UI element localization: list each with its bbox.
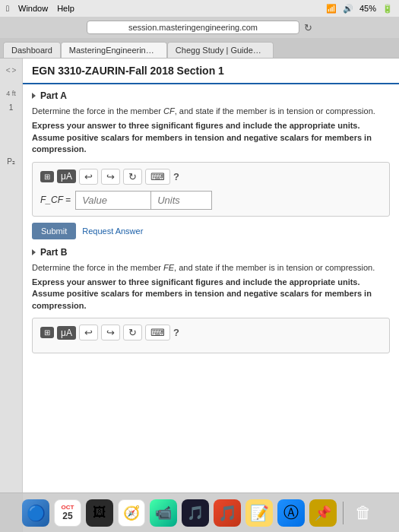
dock-stickies[interactable]: 📌 (309, 499, 337, 527)
dock-divider (343, 502, 344, 524)
dock-photos[interactable]: 🖼 (86, 499, 113, 527)
help-icon[interactable]: ? (173, 171, 179, 182)
menu-bar-left:  Window Help (6, 4, 74, 13)
dock-finder[interactable]: 🔵 (22, 499, 49, 527)
dock-trash[interactable]: 🗑 (350, 499, 377, 527)
submit-button-a[interactable]: Submit (32, 223, 76, 239)
battery-icon: 🔋 (382, 4, 393, 14)
browser-chrome: session.masteringengineering.com ↻ Dashb… (0, 17, 399, 59)
equation-label-a: F_CF = (40, 195, 71, 205)
refresh-formula-btn[interactable]: ↻ (123, 169, 142, 185)
page-content: < > 4 ft 1 P₂ EGN 3310-ZAURIN-Fall 2018 … (0, 59, 399, 532)
formula-grid-btn[interactable]: ⊞ (40, 171, 54, 182)
tab-chegg[interactable]: Chegg Study | Guided Solu (167, 42, 274, 58)
help-menu[interactable]: Help (57, 4, 74, 13)
dock: 🔵 OCT 25 🖼 🧭 📹 🎵 🎵 📝 Ⓐ 📌 🗑 (0, 492, 399, 532)
course-title: EGN 3310-ZAURIN-Fall 2018 Section 1 (32, 65, 390, 77)
mu-symbol: μA (61, 171, 72, 182)
dock-appstore[interactable]: Ⓐ (277, 499, 305, 527)
keyboard-btn[interactable]: ⌨ (145, 169, 170, 185)
nav-forward[interactable]: > (12, 66, 17, 74)
address-field[interactable]: session.masteringengineering.com (87, 21, 299, 34)
tab-dashboard[interactable]: Dashboard (3, 42, 61, 58)
menu-bar:  Window Help 📶 🔊 45% 🔋 (0, 0, 399, 17)
collapse-icon-b[interactable] (32, 249, 36, 255)
left-sidebar: < > 4 ft 1 P₂ (0, 59, 23, 532)
mu-btn-b[interactable]: μA (57, 326, 76, 340)
dock-itunes[interactable]: 🎵 (182, 499, 209, 527)
dock-notes[interactable]: 📝 (245, 499, 273, 527)
volume-icon: 🔊 (343, 4, 353, 14)
part-b-instruction: Determine the force in the member FE, an… (32, 262, 390, 274)
redo-btn-b[interactable]: ↪ (101, 325, 120, 340)
browser-tabs: Dashboard MasteringEngineering Master...… (0, 38, 399, 58)
course-header: EGN 3310-ZAURIN-Fall 2018 Section 1 (23, 59, 399, 84)
sidebar-label-p2: P₂ (7, 157, 15, 166)
formula-toolbar-b: ⊞ μA ↩ ↪ ↻ ⌨ ? (40, 325, 382, 340)
apple-menu[interactable]:  (6, 4, 9, 13)
units-input-a[interactable] (151, 191, 212, 210)
part-a-bold-instruction: Express your answer to three significant… (32, 120, 390, 155)
part-a-section: Part A Determine the force in the member… (32, 90, 390, 239)
nav-arrows: < > (6, 66, 17, 74)
dock-facetime[interactable]: 📹 (150, 499, 177, 527)
battery-status: 45% (359, 4, 376, 13)
nav-back[interactable]: < (6, 66, 11, 74)
dock-music[interactable]: 🎵 (214, 499, 241, 527)
part-a-instruction: Determine the force in the member CF, an… (32, 106, 390, 117)
formula-toolbar-a: ⊞ μA ↩ ↪ ↻ ⌨ ? (40, 169, 382, 185)
help-icon-b[interactable]: ? (173, 327, 179, 338)
dock-safari[interactable]: 🧭 (118, 499, 145, 527)
menu-bar-right: 📶 🔊 45% 🔋 (326, 4, 393, 14)
sidebar-measurement: 4 ft (6, 90, 16, 97)
formula-grid-btn-b[interactable]: ⊞ (40, 327, 54, 338)
part-a-answer-box: ⊞ μA ↩ ↪ ↻ ⌨ ? F_CF = (32, 162, 390, 217)
sidebar-label1: 1 (9, 103, 14, 112)
address-bar: session.masteringengineering.com ↻ (0, 17, 399, 38)
mu-symbol-b: μA (61, 328, 72, 338)
value-input-a[interactable] (75, 191, 151, 210)
action-buttons-a: Submit Request Answer (32, 223, 390, 239)
tab-mastering-engineering[interactable]: MasteringEngineering Master... (61, 42, 167, 58)
redo-btn[interactable]: ↪ (101, 169, 120, 185)
part-a-header: Part A (32, 90, 390, 101)
request-answer-link-a[interactable]: Request Answer (82, 223, 143, 239)
window-menu[interactable]: Window (18, 4, 48, 13)
wifi-icon: 📶 (326, 4, 337, 14)
part-b-label: Part B (40, 247, 67, 258)
part-b-header: Part B (32, 247, 390, 258)
collapse-icon-a[interactable] (32, 93, 36, 99)
part-a-label: Part A (40, 90, 67, 101)
input-row-a: F_CF = (40, 191, 382, 210)
undo-btn-b[interactable]: ↩ (79, 325, 98, 340)
mu-btn[interactable]: μA (57, 169, 76, 183)
undo-btn[interactable]: ↩ (79, 169, 98, 185)
content-area: Part A Determine the force in the member… (23, 84, 399, 367)
refresh-formula-btn-b[interactable]: ↻ (123, 325, 142, 340)
keyboard-btn-b[interactable]: ⌨ (145, 325, 170, 340)
dock-calendar[interactable]: OCT 25 (54, 499, 81, 527)
part-b-section: Part B Determine the force in the member… (32, 247, 390, 354)
part-b-bold-instruction: Express your answer to three significant… (32, 277, 390, 312)
refresh-icon[interactable]: ↻ (304, 22, 312, 33)
main-content: EGN 3310-ZAURIN-Fall 2018 Section 1 Part… (23, 59, 399, 532)
part-b-answer-box: ⊞ μA ↩ ↪ ↻ ⌨ ? (32, 318, 390, 353)
